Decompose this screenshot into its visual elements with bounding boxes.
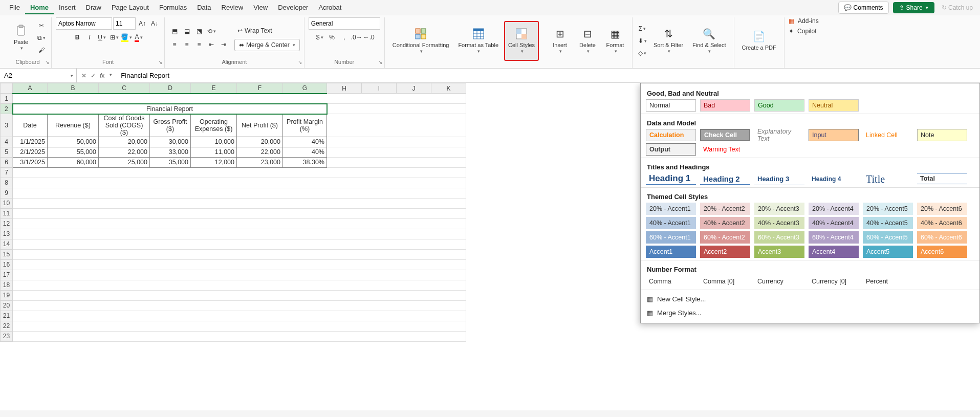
style-heading3[interactable]: Heading 3 bbox=[754, 173, 804, 185]
data-cell[interactable]: 11,000 bbox=[191, 147, 237, 157]
format-as-table-button[interactable]: Format as Table▾ bbox=[454, 21, 502, 61]
decrease-font-button[interactable]: A↓ bbox=[149, 18, 160, 29]
data-cell[interactable]: 10,000 bbox=[191, 137, 237, 147]
tab-view[interactable]: View bbox=[248, 2, 273, 14]
row-header[interactable]: 1 bbox=[1, 94, 13, 104]
header-cell[interactable]: Cost of Goods Sold (COGS) ($) bbox=[99, 114, 150, 137]
comments-button[interactable]: 💬 Comments bbox=[838, 2, 889, 14]
confirm-formula-button[interactable]: ✓ bbox=[89, 72, 97, 79]
style-accent5[interactable]: Accent5 bbox=[863, 246, 913, 258]
data-cell[interactable]: 3/1/2025 bbox=[13, 157, 48, 167]
comma-format-button[interactable]: , bbox=[339, 32, 350, 43]
clipboard-launcher[interactable]: ↘ bbox=[45, 59, 49, 65]
name-box[interactable]: ▾ bbox=[0, 69, 77, 82]
copy-button[interactable]: ⧉▾ bbox=[36, 32, 47, 43]
style-accent3-60[interactable]: 60% - Accent3 bbox=[754, 231, 804, 244]
tab-formulas[interactable]: Formulas bbox=[154, 2, 192, 14]
row-header[interactable]: 6 bbox=[1, 157, 13, 167]
addins-button[interactable]: ▦ Add-ins bbox=[789, 17, 819, 25]
row-header[interactable]: 9 bbox=[1, 188, 13, 198]
style-accent2[interactable]: Accent2 bbox=[700, 246, 750, 258]
style-total[interactable]: Total bbox=[917, 173, 967, 185]
paste-button[interactable]: Paste ▾ bbox=[8, 18, 34, 58]
style-accent5-60[interactable]: 60% - Accent5 bbox=[863, 231, 913, 244]
style-linked-cell[interactable]: Linked Cell bbox=[863, 129, 913, 141]
data-cell[interactable]: 25,000 bbox=[99, 157, 150, 167]
style-accent6-40[interactable]: 40% - Accent6 bbox=[917, 217, 967, 229]
style-accent6-20[interactable]: 20% - Accent6 bbox=[917, 203, 967, 215]
data-cell[interactable]: 38.30% bbox=[283, 157, 327, 167]
header-cell[interactable]: Date bbox=[13, 114, 48, 137]
row-header[interactable]: 17 bbox=[1, 270, 13, 280]
data-cell[interactable]: 33,000 bbox=[150, 147, 191, 157]
number-format-select[interactable] bbox=[309, 17, 380, 30]
data-cell[interactable]: 20,000 bbox=[237, 137, 283, 147]
row-header[interactable]: 20 bbox=[1, 300, 13, 311]
style-accent4-60[interactable]: 60% - Accent4 bbox=[809, 231, 859, 244]
col-header[interactable]: J bbox=[397, 83, 431, 94]
tab-home[interactable]: Home bbox=[25, 2, 54, 14]
style-accent4-20[interactable]: 20% - Accent4 bbox=[809, 203, 859, 215]
style-accent2-60[interactable]: 60% - Accent2 bbox=[700, 231, 750, 244]
select-all-corner[interactable] bbox=[1, 83, 13, 94]
style-comma[interactable]: Comma bbox=[646, 275, 696, 288]
clear-button[interactable]: ◇▾ bbox=[637, 48, 648, 59]
format-painter-button[interactable]: 🖌 bbox=[36, 45, 47, 56]
conditional-formatting-button[interactable]: Conditional Formatting▾ bbox=[389, 21, 453, 61]
number-launcher[interactable]: ↘ bbox=[378, 59, 382, 65]
style-accent6[interactable]: Accent6 bbox=[917, 246, 967, 258]
merge-center-button[interactable]: ⬌Merge & Center▾ bbox=[234, 39, 300, 51]
style-currency[interactable]: Currency bbox=[754, 275, 804, 288]
row-header[interactable]: 21 bbox=[1, 311, 13, 321]
align-left-button[interactable]: ≡ bbox=[169, 39, 180, 50]
alignment-launcher[interactable]: ↘ bbox=[298, 59, 302, 65]
data-cell[interactable]: 2/1/2025 bbox=[13, 147, 48, 157]
orientation-button[interactable]: ⟲▾ bbox=[206, 26, 217, 37]
row-header[interactable]: 19 bbox=[1, 290, 13, 300]
style-currency0[interactable]: Currency [0] bbox=[809, 275, 859, 288]
style-check-cell[interactable]: Check Cell bbox=[700, 129, 750, 141]
header-cell[interactable]: Operating Expenses ($) bbox=[191, 114, 237, 137]
format-cells-button[interactable]: ▦Format▾ bbox=[602, 21, 628, 61]
data-cell[interactable]: 22,000 bbox=[99, 147, 150, 157]
fill-color-button[interactable]: 🪣▾ bbox=[121, 32, 132, 43]
row-header[interactable]: 12 bbox=[1, 218, 13, 229]
data-cell[interactable]: 55,000 bbox=[48, 147, 99, 157]
row-header[interactable]: 14 bbox=[1, 239, 13, 249]
decrease-decimal-button[interactable]: ←.0 bbox=[363, 32, 375, 43]
data-cell[interactable]: 23,000 bbox=[237, 157, 283, 167]
style-accent1-20[interactable]: 20% - Accent1 bbox=[646, 203, 696, 215]
style-accent4[interactable]: Accent4 bbox=[809, 246, 859, 258]
row-header[interactable]: 16 bbox=[1, 259, 13, 270]
create-pdf-button[interactable]: 📄Create a PDF bbox=[738, 21, 780, 61]
style-note[interactable]: Note bbox=[917, 129, 967, 141]
increase-decimal-button[interactable]: .0→ bbox=[351, 32, 362, 43]
style-accent4-40[interactable]: 40% - Accent4 bbox=[809, 217, 859, 229]
style-good[interactable]: Good bbox=[754, 99, 804, 112]
copilot-button[interactable]: ✦ Copilot bbox=[789, 28, 817, 35]
col-header[interactable]: G bbox=[283, 83, 327, 94]
cut-button[interactable]: ✂ bbox=[36, 20, 47, 31]
header-cell[interactable]: Profit Margin (%) bbox=[283, 114, 327, 137]
style-explanatory[interactable]: Explanatory Text bbox=[754, 129, 804, 141]
col-header[interactable]: A bbox=[13, 83, 48, 94]
underline-button[interactable]: U▾ bbox=[96, 32, 107, 43]
col-header[interactable]: D bbox=[150, 83, 191, 94]
italic-button[interactable]: I bbox=[84, 32, 95, 43]
sort-filter-button[interactable]: ⇅Sort & Filter▾ bbox=[650, 21, 687, 61]
row-header[interactable]: 10 bbox=[1, 198, 13, 208]
style-input[interactable]: Input bbox=[809, 129, 859, 141]
tab-page-layout[interactable]: Page Layout bbox=[106, 2, 154, 14]
cancel-formula-button[interactable]: ✕ bbox=[80, 72, 88, 79]
font-launcher[interactable]: ↘ bbox=[158, 59, 162, 65]
style-neutral[interactable]: Neutral bbox=[809, 99, 859, 112]
tab-draw[interactable]: Draw bbox=[81, 2, 106, 14]
data-cell[interactable]: 40% bbox=[283, 137, 327, 147]
fill-button[interactable]: ⬇▾ bbox=[637, 35, 648, 47]
row-header[interactable]: 13 bbox=[1, 229, 13, 239]
wrap-text-button[interactable]: ↩Wrap Text bbox=[234, 25, 300, 37]
style-output[interactable]: Output bbox=[646, 143, 696, 156]
style-accent3[interactable]: Accent3 bbox=[754, 246, 804, 258]
style-heading4[interactable]: Heading 4 bbox=[809, 173, 859, 185]
data-cell[interactable]: 35,000 bbox=[150, 157, 191, 167]
